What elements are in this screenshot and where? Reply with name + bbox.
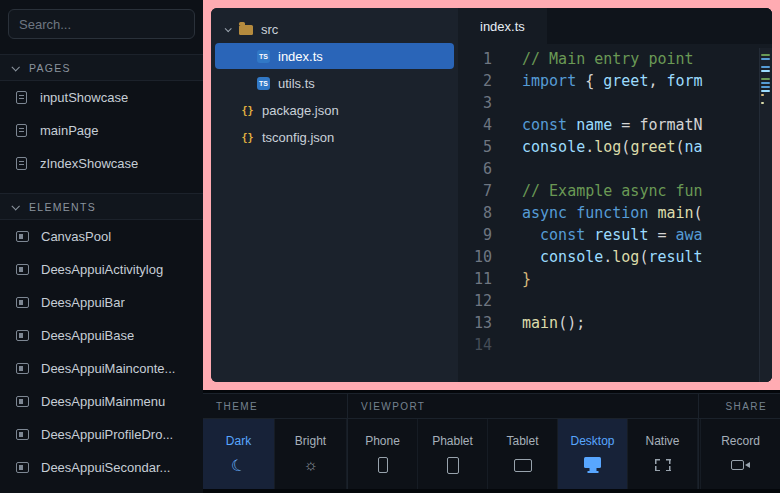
code-line-text[interactable]: console.log(result [504, 246, 703, 268]
editor-tab-bar: index.ts [458, 8, 772, 44]
code-token: // Example async fun [522, 182, 703, 200]
code-line-text[interactable]: async function main( [504, 202, 703, 224]
code-line-text[interactable] [504, 92, 522, 114]
code-line-text[interactable]: const result = awa [504, 224, 703, 246]
native-button[interactable]: Native [628, 419, 698, 489]
button-label: Dark [226, 434, 251, 448]
element-icon [16, 264, 29, 275]
page-icon [16, 124, 27, 137]
phone-button[interactable]: Phone [348, 419, 418, 489]
code-line-text[interactable] [504, 334, 522, 356]
icon-wrap [584, 456, 601, 474]
code-line: 5console.log(greet(na [458, 136, 759, 158]
button-label: Record [721, 434, 760, 448]
minimap-mark [761, 66, 770, 68]
tree-item-label: utils.ts [278, 76, 315, 91]
tablet-button[interactable]: Tablet [488, 419, 558, 489]
code-line: 10 console.log(result [458, 246, 759, 268]
tree-item-utils-ts[interactable]: utils.ts [215, 70, 454, 96]
sidebar-item-mainpage[interactable]: mainPage [0, 114, 203, 147]
sidebar-item-inputshowcase[interactable]: inputShowcase [0, 81, 203, 114]
sidebar-item-deesappuiactivitylog[interactable]: DeesAppuiActivitylog [0, 253, 203, 286]
minimap-mark [761, 54, 770, 56]
code-line: 9 const result = awa [458, 224, 759, 246]
phablet-icon [447, 457, 459, 474]
desktop-button[interactable]: Desktop [558, 419, 628, 489]
minimap-mark [761, 62, 771, 64]
code-line: 7// Example async fun [458, 180, 759, 202]
code-line-text[interactable] [504, 290, 522, 312]
search-input[interactable] [8, 9, 195, 39]
code-line-text[interactable]: const name = formatN [504, 114, 703, 136]
tree-item-package-json[interactable]: package.json [215, 97, 454, 123]
minimap-mark [761, 94, 764, 96]
bright-button[interactable]: Bright [275, 419, 347, 489]
sidebar-sections: PAGESinputShowcasemainPagezIndexShowcase… [0, 41, 203, 484]
line-number: 8 [458, 202, 504, 224]
section-header-pages[interactable]: PAGES [0, 54, 203, 81]
code-line-text[interactable]: // Example async fun [504, 180, 703, 202]
code-line: 4const name = formatN [458, 114, 759, 136]
sidebar-item-deesappuiprofiledro[interactable]: DeesAppuiProfileDro... [0, 418, 203, 451]
tree-item-label: src [261, 22, 278, 37]
line-number: 10 [458, 246, 504, 268]
section-header-elements[interactable]: ELEMENTS [0, 193, 203, 220]
tree-item-src[interactable]: src [215, 16, 454, 42]
code-line: 8async function main( [458, 202, 759, 224]
tree-item-index-ts[interactable]: index.ts [215, 43, 454, 69]
sidebar: PAGESinputShowcasemainPagezIndexShowcase… [0, 0, 203, 493]
code-token: result [648, 248, 702, 266]
line-number: 12 [458, 290, 504, 312]
search-container [0, 0, 203, 41]
icon-wrap [303, 456, 318, 474]
toolbar-section-viewport: VIEWPORTPhonePhabletTabletDesktopNative [348, 394, 699, 489]
element-icon [16, 297, 29, 308]
section-label: PAGES [29, 62, 71, 74]
code-token: result [594, 226, 648, 244]
code-editor-component: srcindex.tsutils.tspackage.jsontsconfig.… [211, 8, 772, 382]
line-number: 2 [458, 70, 504, 92]
code-line: 3 [458, 92, 759, 114]
sidebar-item-label: mainPage [40, 123, 99, 138]
sidebar-item-deesappuisecondar[interactable]: DeesAppuiSecondar... [0, 451, 203, 484]
code-token: const [522, 116, 567, 134]
code-line-text[interactable]: main(); [504, 312, 585, 334]
icon-wrap [378, 456, 388, 474]
code-line: 1// Main entry point [458, 48, 759, 70]
line-number: 14 [458, 334, 504, 356]
sidebar-item-deesappuimainconte[interactable]: DeesAppuiMainconte... [0, 352, 203, 385]
sidebar-item-deesappuimainmenu[interactable]: DeesAppuiMainmenu [0, 385, 203, 418]
code-line: 6 [458, 158, 759, 180]
line-number: 7 [458, 180, 504, 202]
code-token [522, 226, 540, 244]
sidebar-item-deesappuibar[interactable]: DeesAppuiBar [0, 286, 203, 319]
sidebar-item-label: DeesAppuiBar [41, 295, 125, 310]
file-tree: srcindex.tsutils.tspackage.jsontsconfig.… [211, 8, 458, 382]
code-line-text[interactable] [504, 158, 522, 180]
tree-item-label: tsconfig.json [262, 130, 334, 145]
code-line-text[interactable]: // Main entry point [504, 48, 694, 70]
record-button[interactable]: Record [700, 419, 780, 489]
element-icon [16, 363, 29, 374]
code-line-text[interactable]: import { greet, form [504, 70, 703, 92]
sidebar-item-deesappuibase[interactable]: DeesAppuiBase [0, 319, 203, 352]
phone-icon [378, 457, 388, 473]
minimap-mark [761, 58, 770, 60]
moon-icon [231, 456, 245, 475]
minimap[interactable] [759, 48, 772, 382]
sidebar-item-canvaspool[interactable]: CanvasPool [0, 220, 203, 253]
code-line-text[interactable]: console.log(greet(na [504, 136, 703, 158]
code-token: name [576, 116, 612, 134]
phablet-button[interactable]: Phablet [418, 419, 488, 489]
sidebar-item-zindexshowcase[interactable]: zIndexShowcase [0, 147, 203, 180]
sidebar-item-label: DeesAppuiBase [41, 328, 134, 343]
code-token: awa [676, 226, 703, 244]
tree-item-tsconfig-json[interactable]: tsconfig.json [215, 124, 454, 150]
json-file-icon [241, 131, 254, 144]
code-token: , [648, 72, 666, 90]
chevron-down-icon [11, 63, 19, 71]
code-token: main [522, 314, 558, 332]
editor-tab-index-ts[interactable]: index.ts [458, 8, 547, 44]
code-line-text[interactable]: } [504, 268, 531, 290]
dark-button[interactable]: Dark [203, 419, 275, 489]
